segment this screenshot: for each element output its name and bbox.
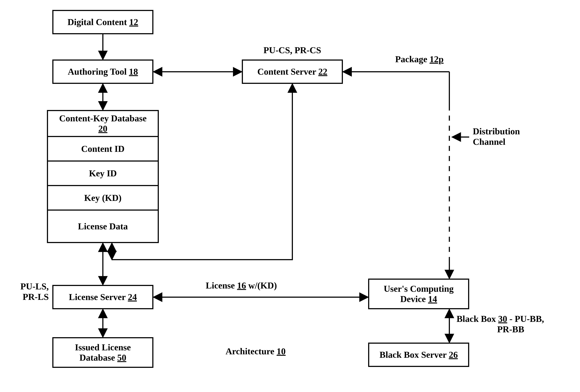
text: Authoring Tool 18 [68, 67, 138, 77]
label-package: Package 12p [395, 54, 443, 65]
text-line2: Device 14 [400, 294, 437, 304]
label-pu-pr-cs: PU-CS, PR-CS [264, 45, 321, 56]
text: Content Server 22 [257, 67, 327, 77]
text: Digital Content 12 [67, 17, 138, 27]
db-row-license-data: License Data [47, 211, 159, 243]
label-distribution-channel: Distribution Channel [473, 126, 545, 147]
db-row-content-id: Content ID [47, 137, 159, 162]
label-license-kd: License 16 w/(KD) [206, 280, 277, 291]
architecture-diagram: Digital Content 12 Authoring Tool 18 Con… [0, 0, 580, 392]
text: License Server 24 [69, 292, 137, 302]
box-license-server: License Server 24 [52, 285, 153, 309]
box-digital-content: Digital Content 12 [52, 10, 153, 34]
text-line2: Database 50 [79, 353, 126, 363]
content-key-database: Content-Key Database 20 Content ID Key I… [47, 110, 159, 243]
label-black-box-keys: Black Box 30 - PU-BB, PR-BB [456, 314, 565, 334]
box-black-box-server: Black Box Server 26 [368, 343, 469, 367]
label-architecture: Architecture 10 [226, 346, 286, 357]
text-line1: Issued License [75, 342, 131, 353]
db-row-key-id: Key ID [47, 162, 159, 186]
box-content-server: Content Server 22 [242, 60, 343, 84]
db-row-key-kd: Key (KD) [47, 186, 159, 211]
box-users-computing-device: User's Computing Device 14 [368, 279, 469, 309]
text-line1: User's Computing [384, 284, 454, 294]
box-issued-license-database: Issued License Database 50 [52, 337, 153, 368]
db-header: Content-Key Database 20 [47, 110, 159, 137]
text: Black Box Server 26 [380, 350, 458, 360]
box-authoring-tool: Authoring Tool 18 [52, 60, 153, 84]
label-pu-pr-ls: PU-LS, PR-LS [11, 281, 49, 302]
